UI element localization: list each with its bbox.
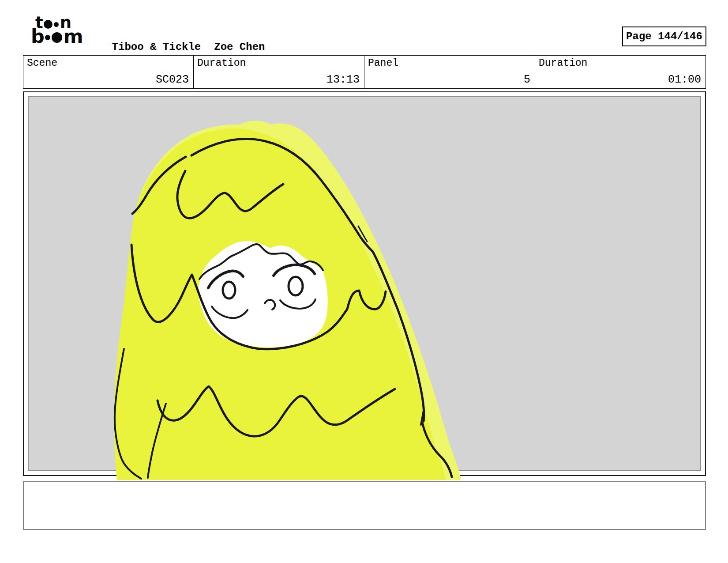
scene-duration-cell: Duration 13:13 bbox=[194, 55, 364, 89]
logo-letter-b: b bbox=[31, 29, 44, 44]
author-name: Zoe Chen bbox=[214, 41, 265, 53]
panel-duration-cell: Duration 01:00 bbox=[535, 55, 706, 89]
logo-line-2: b m bbox=[31, 30, 83, 45]
scene-duration-label: Duration bbox=[197, 57, 246, 69]
logo-dot-icon bbox=[52, 32, 62, 43]
scene-cell: Scene SC023 bbox=[23, 55, 194, 89]
logo-letter-m: m bbox=[64, 29, 83, 44]
panel-duration-value: 01:00 bbox=[668, 73, 701, 86]
metadata-row: Scene SC023 Duration 13:13 Panel 5 Durat… bbox=[23, 55, 706, 89]
logo-dot-icon bbox=[45, 35, 50, 40]
panel-cell: Panel 5 bbox=[364, 55, 535, 89]
storyboard-panel-drawing bbox=[29, 97, 700, 481]
panel-label: Panel bbox=[368, 57, 398, 69]
page-number-box: Page 144/146 bbox=[622, 26, 706, 46]
project-title: Tiboo & Tickle bbox=[112, 41, 201, 53]
logo-dot-icon bbox=[44, 20, 53, 29]
scene-value: SC023 bbox=[156, 73, 189, 86]
storyboard-page: t n b m Tiboo & TickleZoe Chen Page 144/… bbox=[0, 0, 728, 563]
storyboard-panel-frame bbox=[23, 91, 706, 476]
panel-value: 5 bbox=[524, 73, 530, 86]
logo-dot-icon bbox=[54, 22, 59, 27]
page-number-label: Page 144/146 bbox=[626, 30, 702, 42]
scene-label: Scene bbox=[27, 57, 57, 69]
caption-box bbox=[23, 481, 706, 530]
toonboom-logo: t n b m bbox=[31, 18, 83, 45]
scene-duration-value: 13:13 bbox=[326, 73, 360, 86]
panel-duration-label: Duration bbox=[539, 57, 587, 69]
